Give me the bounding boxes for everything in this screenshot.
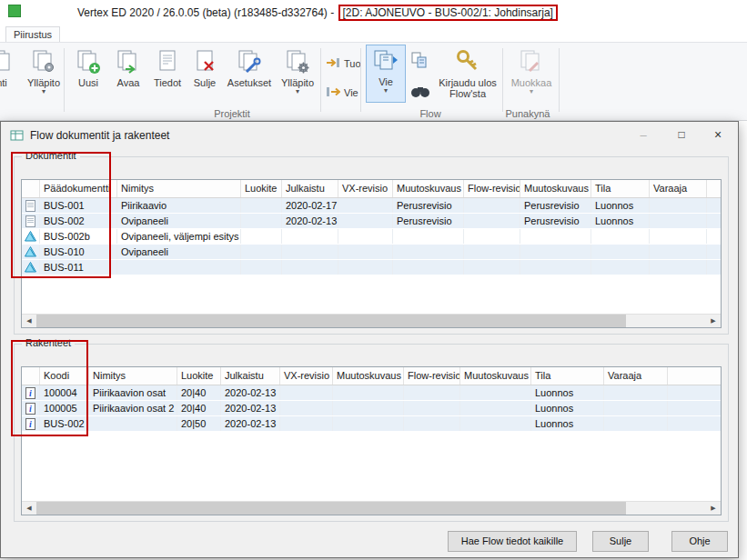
scroll-right-icon[interactable]: ▶ — [706, 315, 721, 327]
scrollbar-track[interactable] — [36, 315, 706, 327]
table-row[interactable]: BUS-010Ovipaneeli — [22, 245, 721, 260]
table-cell — [338, 245, 393, 259]
column-header-icon[interactable] — [22, 367, 40, 385]
table-cell — [241, 260, 282, 275]
table-cell: Ovipaneeli, väljempi esitys — [117, 229, 241, 244]
close-document-icon — [191, 48, 218, 75]
table-cell — [520, 260, 591, 275]
ribbon-separator — [64, 48, 65, 112]
table-cell — [241, 214, 282, 228]
ribbon-button-muokkaa[interactable]: Muokkaa ▾ — [508, 46, 555, 106]
close-button[interactable]: × — [700, 122, 736, 148]
ribbon-separator — [502, 48, 503, 112]
column-header[interactable]: Tila — [531, 367, 604, 385]
ribbon-button-uusi[interactable]: Uusi — [69, 46, 107, 106]
column-header[interactable]: VX-revisio — [280, 367, 333, 385]
flow-pages-button[interactable] — [409, 50, 432, 74]
ribbon-button-yllapito[interactable]: Ylläpito ▾ — [276, 46, 319, 106]
scrollbar-track[interactable] — [36, 502, 706, 515]
documents-table-header: PäädokumenttiNimitysLuokiteJulkaistuVX-r… — [22, 180, 721, 198]
hae-flow-tiedot-button[interactable]: Hae Flow tiedot kaikille — [448, 531, 577, 552]
import-icon — [326, 56, 340, 71]
column-header-filler — [707, 180, 721, 197]
table-cell — [393, 229, 464, 244]
chevron-down-icon: ▾ — [367, 87, 405, 94]
ribbon-button-kirjaudu-ulos[interactable]: Kirjaudu ulos Flow'sta — [435, 46, 500, 106]
ribbon-button-vie-small[interactable]: Vie — [326, 83, 358, 103]
tab-piirustus[interactable]: Piirustus — [5, 26, 60, 43]
svg-text:i: i — [29, 404, 32, 414]
table-cell-filler — [707, 214, 721, 228]
table-row[interactable]: BUS-002bOvipaneeli, väljempi esitys — [22, 229, 721, 245]
table-cell — [604, 416, 668, 431]
documents-hscrollbar[interactable]: ◀ ▶ — [22, 314, 721, 327]
ribbon-button-avaa[interactable]: Avaa — [109, 46, 147, 106]
dialog-title-bar[interactable]: Flow dokumentit ja rakenteet – □ × — [1, 122, 738, 149]
column-header[interactable]: Julkaistu — [282, 180, 338, 197]
dialog-title: Flow dokumentit ja rakenteet — [30, 122, 169, 149]
table-cell — [464, 260, 520, 275]
table-row[interactable]: BUS-001Piirikaavio2020-02-17Perusrevisio… — [22, 198, 721, 214]
ribbon-button-sulje-projekti[interactable]: Sulje — [187, 46, 223, 106]
column-header[interactable]: Varaaja — [650, 180, 707, 197]
scroll-left-icon[interactable]: ◀ — [22, 315, 36, 327]
column-header[interactable]: Nimitys — [89, 367, 177, 385]
scroll-right-icon[interactable]: ▶ — [706, 502, 721, 515]
column-header[interactable]: Luokite — [241, 180, 282, 197]
scrollbar-thumb[interactable] — [36, 502, 626, 515]
table-cell: 2020-02-13 — [282, 214, 338, 228]
column-header-icon[interactable] — [22, 180, 40, 197]
dialog-icon — [10, 129, 24, 145]
column-header[interactable]: Muutoskuvaus — [460, 367, 531, 385]
column-header[interactable]: Koodi — [40, 367, 89, 385]
table-cell — [241, 245, 282, 259]
table-cell-filler — [707, 260, 721, 275]
ohje-button[interactable]: Ohje — [671, 531, 728, 552]
column-header[interactable]: Flow-revisio — [404, 367, 460, 385]
column-header[interactable]: Varaaja — [604, 367, 668, 385]
ribbon-button-partial-yllapito[interactable]: Ylläpito ▾ — [22, 46, 66, 106]
minimize-button[interactable]: – — [625, 122, 661, 148]
table-cell: 2020-02-13 — [221, 385, 280, 400]
column-header[interactable]: Muutoskuvaus — [333, 367, 404, 385]
column-header[interactable]: Muutoskuvaus — [393, 180, 464, 197]
ribbon-button-label: Sulje — [187, 77, 223, 88]
table-row[interactable]: i100005Piirikaavion osat 220|402020-02-1… — [22, 401, 721, 416]
table-cell — [464, 198, 520, 213]
structures-table-body: i100004Piirikaavion osat20|402020-02-13L… — [22, 385, 721, 501]
ribbon-button-label: Avaa — [109, 77, 147, 88]
column-header[interactable]: Tila — [591, 180, 650, 197]
column-header[interactable]: Julkaistu — [221, 367, 280, 385]
search-binoculars-button[interactable] — [409, 81, 432, 105]
table-cell-filler — [707, 198, 721, 213]
table-row[interactable]: i100004Piirikaavion osat20|402020-02-13L… — [22, 385, 721, 401]
scrollbar-thumb[interactable] — [36, 315, 626, 327]
table-row[interactable]: BUS-011 — [22, 260, 721, 275]
ribbon-button-vie-flow[interactable]: Vie ▾ — [366, 45, 406, 103]
ribbon-button-partial-nti[interactable]: nti — [0, 46, 20, 106]
table-row[interactable]: BUS-002Ovipaneeli2020-02-13PerusrevisioP… — [22, 214, 721, 229]
table-cell: Piirikaavion osat 2 — [89, 401, 177, 415]
table-cell — [591, 229, 650, 244]
scroll-left-icon[interactable]: ◀ — [22, 502, 36, 515]
column-header[interactable]: Nimitys — [117, 180, 241, 197]
column-header[interactable]: Muutoskuvaus — [520, 180, 591, 197]
maximize-button[interactable]: □ — [663, 122, 700, 148]
column-header[interactable]: Luokite — [177, 367, 221, 385]
column-header[interactable]: Päädokumentti — [40, 180, 117, 197]
structures-group-label: Rakenteet — [22, 337, 75, 348]
settings-wrench-icon — [236, 48, 263, 75]
sulje-button[interactable]: Sulje — [592, 531, 649, 552]
table-cell: Luonnos — [591, 198, 650, 213]
column-header[interactable]: VX-revisio — [338, 180, 393, 197]
binoculars-icon — [410, 85, 430, 101]
app-icon — [8, 5, 21, 17]
table-row[interactable]: iBUS-00220|502020-02-13Luonnos — [22, 416, 721, 432]
ribbon-button-tuo[interactable]: Tuo — [326, 54, 361, 74]
table-cell — [604, 401, 668, 415]
ribbon-button-tiedot[interactable]: Tiedot — [148, 46, 187, 106]
column-header[interactable]: Flow-revisio — [464, 180, 520, 197]
ribbon-button-asetukset[interactable]: Asetukset — [224, 46, 275, 106]
table-cell: Perusrevisio — [393, 214, 464, 228]
structures-hscrollbar[interactable]: ◀ ▶ — [22, 501, 721, 515]
